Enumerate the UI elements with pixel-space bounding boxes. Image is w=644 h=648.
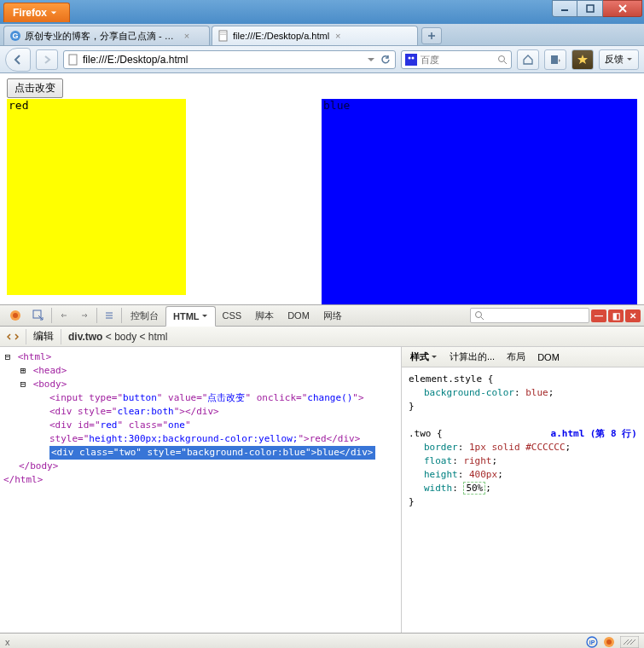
- svg-point-14: [13, 313, 18, 318]
- html-node-selected[interactable]: <div class="two" style="background-color…: [3, 446, 397, 460]
- css-property[interactable]: width: 50%;: [409, 482, 637, 495]
- inspect-button[interactable]: [27, 306, 49, 325]
- svg-point-16: [476, 312, 482, 318]
- css-property[interactable]: float: right;: [409, 454, 637, 468]
- firebug-icon-button[interactable]: [3, 306, 27, 325]
- side-tab-style[interactable]: 样式: [405, 348, 443, 367]
- chevron-down-icon: [50, 9, 57, 16]
- window-minimize-button[interactable]: [552, 0, 577, 17]
- red-box[interactable]: red: [7, 99, 186, 295]
- tab-strip: G 原创专业的博客，分享自己点滴 - 博... × file:///E:/Des…: [0, 24, 644, 46]
- firebug-tab-html[interactable]: HTML: [165, 306, 216, 327]
- style-panel-body[interactable]: element.style { background-color: blue; …: [402, 367, 644, 514]
- side-tab-computed[interactable]: 计算出的...: [444, 348, 500, 367]
- tab-label: file:///E:/Desktop/a.html: [233, 31, 329, 41]
- window-close-button[interactable]: [603, 0, 642, 17]
- svg-rect-8: [405, 54, 417, 66]
- forward-button[interactable]: [36, 49, 58, 70]
- firebug-tab-css[interactable]: CSS: [216, 305, 249, 326]
- firefox-label: Firefox: [13, 7, 47, 19]
- chevron-down-icon: [626, 56, 633, 63]
- arrows-icon[interactable]: [7, 331, 19, 343]
- search-icon[interactable]: [497, 55, 508, 65]
- firebug-status-icon[interactable]: [603, 636, 615, 648]
- feedback-button[interactable]: 反馈: [599, 49, 639, 70]
- firebug-minimize-button[interactable]: —: [591, 310, 606, 322]
- svg-point-10: [412, 56, 415, 59]
- firebug-search[interactable]: [470, 308, 589, 323]
- panel-right-button[interactable]: [74, 306, 95, 325]
- css-property[interactable]: border: 1px solid #CCCCCC;: [409, 441, 637, 454]
- svg-rect-7: [69, 55, 77, 65]
- html-panel[interactable]: ⊟ <html> ⊞ <head> ⊟ <body> <input type="…: [0, 347, 402, 633]
- panel-left-button[interactable]: [54, 306, 74, 325]
- edit-button[interactable]: 编辑: [33, 329, 54, 344]
- html-node[interactable]: </body>: [19, 460, 58, 472]
- chevron-down-icon: [431, 354, 438, 361]
- ip-icon[interactable]: iP: [586, 636, 598, 648]
- firebug-close-button[interactable]: ✕: [625, 310, 641, 322]
- close-icon: [618, 4, 627, 13]
- browser-tab-1[interactable]: G 原创专业的博客，分享自己点滴 - 博... ×: [3, 26, 210, 45]
- side-tab-dom[interactable]: DOM: [532, 348, 565, 367]
- star-button[interactable]: [571, 49, 594, 70]
- page-content: 点击改变 red blue: [0, 73, 644, 304]
- new-tab-button[interactable]: [421, 27, 442, 44]
- search-bar[interactable]: [401, 50, 512, 69]
- status-x: x: [5, 637, 10, 647]
- home-button[interactable]: [517, 49, 539, 70]
- svg-rect-0: [561, 9, 568, 11]
- tab-close-button[interactable]: ×: [333, 31, 343, 41]
- side-panel: 样式 计算出的... 布局 DOM element.style { backgr…: [402, 347, 644, 633]
- back-button[interactable]: [5, 48, 31, 72]
- arrow-left-icon: [12, 54, 24, 66]
- css-source-link[interactable]: a.html (第 8 行): [551, 427, 637, 441]
- arrow-icon: [59, 310, 69, 321]
- lines-button[interactable]: [99, 306, 119, 325]
- firebug-tab-console[interactable]: 控制台: [124, 305, 165, 326]
- minimize-icon: [560, 4, 569, 13]
- resize-grip-icon[interactable]: [620, 636, 639, 648]
- url-input[interactable]: [83, 54, 363, 66]
- firebug-tab-net[interactable]: 网络: [316, 305, 349, 326]
- html-node[interactable]: </html>: [3, 474, 43, 485]
- home-icon: [522, 54, 534, 66]
- tab-label: 原创专业的博客，分享自己点滴 - 博...: [25, 30, 178, 43]
- url-bar[interactable]: [63, 50, 396, 69]
- window-maximize-button[interactable]: [577, 0, 603, 17]
- twisty-icon[interactable]: ⊟: [19, 378, 27, 391]
- firebug-tab-dom[interactable]: DOM: [281, 305, 316, 326]
- html-node[interactable]: <div style="clear:both"></div>: [3, 405, 397, 419]
- css-property[interactable]: background-color: blue;: [409, 386, 637, 400]
- side-tab-layout[interactable]: 布局: [502, 348, 531, 367]
- twisty-icon[interactable]: ⊞: [19, 364, 27, 378]
- twisty-icon[interactable]: ⊟: [3, 350, 12, 364]
- bookmarks-button[interactable]: [544, 49, 566, 70]
- browser-tab-2[interactable]: file:///E:/Desktop/a.html ×: [212, 26, 418, 45]
- firebug-tab-script[interactable]: 脚本: [248, 305, 281, 326]
- css-property[interactable]: height: 400px;: [409, 468, 637, 482]
- feedback-label: 反馈: [605, 53, 624, 66]
- inspect-icon: [32, 310, 44, 321]
- blue-box[interactable]: blue: [322, 99, 637, 304]
- status-bar: x iP: [0, 633, 644, 648]
- html-node[interactable]: <div id="red" class="one" style="height:…: [3, 419, 397, 446]
- svg-rect-5: [220, 32, 226, 33]
- svg-rect-4: [219, 31, 227, 41]
- arrow-icon: [79, 310, 90, 321]
- breadcrumb-path[interactable]: div.two < body < html: [68, 331, 168, 343]
- css-value-editing[interactable]: 50%: [463, 482, 485, 495]
- page-change-button[interactable]: 点击改变: [7, 78, 63, 98]
- reload-icon[interactable]: [380, 54, 392, 66]
- star-icon: [577, 54, 589, 66]
- search-icon: [474, 310, 484, 321]
- tab-close-button[interactable]: ×: [182, 31, 192, 41]
- search-input[interactable]: [421, 55, 494, 65]
- css-selector: .two {: [409, 428, 443, 439]
- dropdown-icon[interactable]: [366, 55, 376, 65]
- html-node[interactable]: <input type="button" value="点击改变" onclic…: [3, 391, 397, 405]
- lines-icon: [104, 310, 114, 321]
- firebug-detach-button[interactable]: ◧: [608, 310, 624, 322]
- firefox-menu-button[interactable]: Firefox: [3, 3, 70, 22]
- bookmark-dropdown-icon: [549, 54, 561, 66]
